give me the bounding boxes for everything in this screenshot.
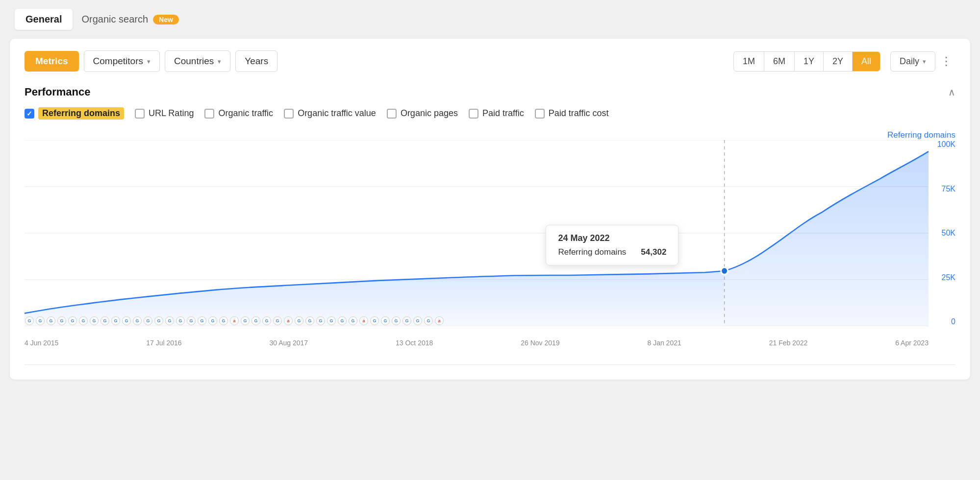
g-icon: G	[154, 316, 163, 325]
tab-organic-search[interactable]: Organic search New	[76, 9, 183, 30]
time-2y-button[interactable]: 2Y	[824, 52, 853, 71]
checkbox-organic-pages[interactable]	[387, 109, 397, 119]
performance-title: Performance	[25, 86, 91, 98]
g-icon: G	[90, 316, 99, 325]
y-label-50k: 50K	[942, 229, 955, 238]
svg-point-8	[721, 267, 728, 275]
g-icon: G	[413, 316, 422, 325]
g-icon: G	[165, 316, 174, 325]
tab-organic-search-label: Organic search	[81, 14, 148, 25]
collapse-button[interactable]: ∧	[948, 86, 955, 98]
toolbar: Metrics Competitors ▾ Countries ▾ Years …	[25, 50, 955, 72]
metric-organic-traffic: Organic traffic	[204, 108, 273, 119]
time-6m-button[interactable]: 6M	[764, 52, 795, 71]
g-icon: G	[68, 316, 77, 325]
time-1m-button[interactable]: 1M	[734, 52, 764, 71]
g-icon: G	[122, 316, 131, 325]
metric-organic-traffic-value: Organic traffic value	[284, 108, 376, 119]
g-icon: G	[133, 316, 142, 325]
tab-general[interactable]: General	[15, 9, 73, 30]
metric-url-rating: URL Rating	[135, 108, 194, 119]
g-icon: G	[144, 316, 152, 325]
countries-label: Countries	[174, 56, 214, 67]
x-label-2: 30 Aug 2017	[269, 339, 308, 347]
metric-referring-domains: Referring domains	[25, 107, 124, 120]
x-label-6: 21 Feb 2022	[769, 339, 808, 347]
toolbar-left: Metrics Competitors ▾ Countries ▾ Years	[25, 50, 277, 72]
y-axis: 100K 75K 50K 25K 0	[937, 140, 955, 326]
more-options-button[interactable]: ⋮	[937, 54, 955, 68]
g-icon-alt: a	[284, 316, 293, 325]
g-icon: G	[36, 316, 45, 325]
checkbox-referring-domains[interactable]	[25, 109, 34, 119]
g-icon: G	[295, 316, 303, 325]
g-icon: G	[327, 316, 336, 325]
g-icon-alt: a	[359, 316, 368, 325]
g-icon: G	[251, 316, 260, 325]
x-label-0: 4 Jun 2015	[25, 339, 58, 347]
tooltip-metric: Referring domains	[558, 247, 626, 257]
g-icon-alt: a	[435, 316, 444, 325]
g-icon: G	[111, 316, 120, 325]
new-badge: New	[153, 15, 179, 24]
g-icon: G	[57, 316, 66, 325]
g-icon: G	[79, 316, 88, 325]
checkbox-organic-traffic[interactable]	[204, 109, 214, 119]
g-icon: G	[176, 316, 185, 325]
daily-button[interactable]: Daily ▾	[890, 51, 935, 72]
countries-button[interactable]: Countries ▾	[165, 50, 230, 72]
metric-label-organic-traffic: Organic traffic	[218, 108, 273, 119]
x-axis: 4 Jun 2015 17 Jul 2016 30 Aug 2017 13 Oc…	[25, 339, 929, 347]
metric-label-paid-traffic-cost: Paid traffic cost	[549, 108, 609, 119]
competitors-button[interactable]: Competitors ▾	[84, 50, 160, 72]
metric-organic-pages: Organic pages	[387, 108, 458, 119]
metric-label-paid-traffic: Paid traffic	[482, 108, 524, 119]
tooltip-date: 24 May 2022	[558, 233, 666, 243]
metric-paid-traffic: Paid traffic	[469, 108, 524, 119]
g-icon: G	[316, 316, 325, 325]
x-label-7: 6 Apr 2023	[895, 339, 929, 347]
g-icon: G	[101, 316, 109, 325]
g-icon: G	[273, 316, 282, 325]
daily-chevron-icon: ▾	[923, 58, 926, 65]
chart-svg	[25, 140, 929, 326]
metric-paid-traffic-cost: Paid traffic cost	[535, 108, 609, 119]
chart-legend-label: Referring domains	[887, 130, 955, 140]
x-label-1: 17 Jul 2016	[146, 339, 181, 347]
top-tabs-bar: General Organic search New	[0, 0, 980, 39]
checkbox-paid-traffic-cost[interactable]	[535, 109, 545, 119]
g-icon: G	[349, 316, 357, 325]
checkbox-url-rating[interactable]	[135, 109, 145, 119]
g-icon: G	[262, 316, 271, 325]
time-1y-button[interactable]: 1Y	[795, 52, 824, 71]
countries-chevron-icon: ▾	[218, 58, 221, 65]
x-label-5: 8 Jan 2021	[647, 339, 681, 347]
g-icon: G	[370, 316, 379, 325]
x-label-3: 13 Oct 2018	[396, 339, 433, 347]
metrics-button[interactable]: Metrics	[25, 51, 79, 72]
g-icon: G	[208, 316, 217, 325]
competitors-label: Competitors	[93, 56, 143, 67]
metrics-row: Referring domains URL Rating Organic tra…	[25, 107, 955, 120]
metric-label-referring-domains: Referring domains	[38, 107, 124, 120]
g-icon: G	[381, 316, 390, 325]
chart-tooltip: 24 May 2022 Referring domains 54,302	[546, 225, 678, 265]
g-icon: G	[305, 316, 314, 325]
checkbox-organic-traffic-value[interactable]	[284, 109, 294, 119]
y-label-100k: 100K	[937, 140, 955, 149]
years-button[interactable]: Years	[235, 50, 277, 72]
toolbar-right: 1M 6M 1Y 2Y All Daily ▾ ⋮	[733, 51, 955, 72]
competitors-chevron-icon: ▾	[147, 58, 151, 65]
google-icons-row: G G G G G G G G G G G G G G G G G G G a	[25, 316, 929, 325]
y-label-25k: 25K	[942, 273, 955, 282]
main-content: Metrics Competitors ▾ Countries ▾ Years …	[10, 39, 970, 380]
time-all-button[interactable]: All	[853, 52, 880, 71]
metric-label-url-rating: URL Rating	[149, 108, 194, 119]
g-icon: G	[424, 316, 433, 325]
g-icon: G	[241, 316, 250, 325]
g-icon: G	[392, 316, 401, 325]
chart-area: Referring domains 100K 75K 50K 25K 0	[25, 130, 955, 356]
checkbox-paid-traffic[interactable]	[469, 109, 478, 119]
tooltip-value: 54,302	[641, 247, 666, 257]
g-icon: G	[47, 316, 55, 325]
